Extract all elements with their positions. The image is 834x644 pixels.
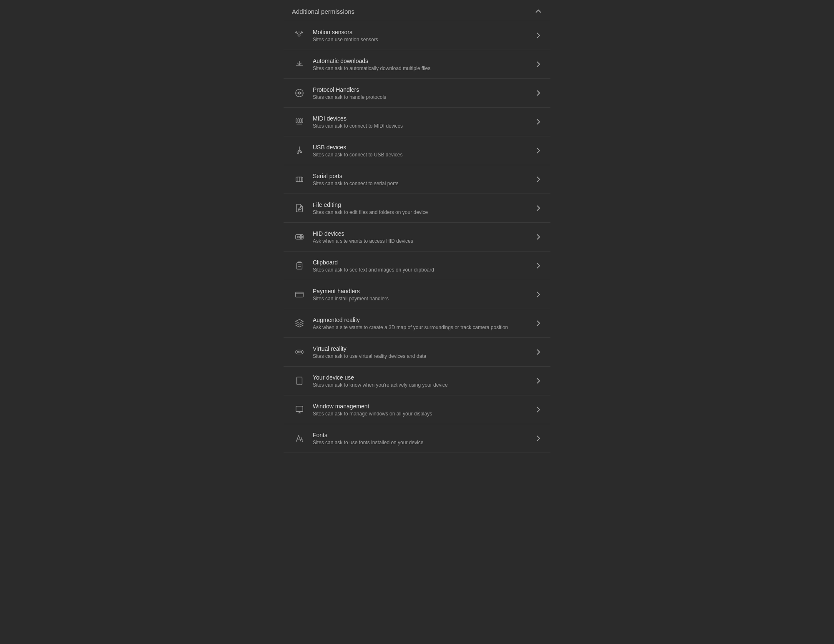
- augmented-reality-chevron: [535, 319, 542, 327]
- protocol-handlers-icon: [292, 86, 307, 101]
- midi-devices-title: MIDI devices: [313, 115, 535, 122]
- payment-handlers-text: Payment handlers Sites can install payme…: [307, 288, 535, 302]
- svg-point-18: [301, 236, 303, 238]
- augmented-reality-desc: Ask when a site wants to create a 3D map…: [313, 325, 535, 330]
- permission-item-window-management[interactable]: Window management Sites can ask to manag…: [284, 395, 550, 424]
- midi-devices-desc: Sites can ask to connect to MIDI devices: [313, 123, 535, 129]
- window-management-text: Window management Sites can ask to manag…: [307, 403, 535, 417]
- automatic-downloads-chevron: [535, 60, 542, 68]
- section-title: Additional permissions: [292, 8, 354, 15]
- fonts-chevron: [535, 435, 542, 442]
- fonts-icon: [292, 431, 307, 446]
- permission-item-usb-devices[interactable]: USB devices Sites can ask to connect to …: [284, 136, 550, 165]
- svg-rect-5: [298, 119, 299, 123]
- collapse-icon[interactable]: [535, 8, 542, 15]
- window-management-icon: [292, 402, 307, 417]
- permissions-list: Motion sensors Sites can use motion sens…: [284, 21, 550, 453]
- permission-item-fonts[interactable]: Fonts Sites can ask to use fonts install…: [284, 424, 550, 453]
- protocol-handlers-desc: Sites can ask to handle protocols: [313, 94, 535, 100]
- augmented-reality-title: Augmented reality: [313, 317, 535, 323]
- permission-item-motion-sensors[interactable]: Motion sensors Sites can use motion sens…: [284, 21, 550, 50]
- permission-item-file-editing[interactable]: File editing Sites can ask to edit files…: [284, 194, 550, 223]
- usb-devices-text: USB devices Sites can ask to connect to …: [307, 144, 535, 158]
- midi-devices-icon: [292, 114, 307, 129]
- file-editing-icon: [292, 201, 307, 216]
- virtual-reality-icon: [292, 345, 307, 360]
- permissions-container: Additional permissions Motion sensors Si…: [284, 0, 550, 644]
- permission-item-protocol-handlers[interactable]: Protocol Handlers Sites can ask to handl…: [284, 79, 550, 108]
- permission-item-virtual-reality[interactable]: Virtual reality Sites can ask to use vir…: [284, 338, 550, 367]
- virtual-reality-text: Virtual reality Sites can ask to use vir…: [307, 345, 535, 359]
- serial-ports-chevron: [535, 176, 542, 183]
- hid-devices-chevron: [535, 233, 542, 241]
- permission-item-device-use[interactable]: Your device use Sites can ask to know wh…: [284, 367, 550, 395]
- svg-rect-4: [296, 119, 297, 123]
- usb-devices-icon: [292, 143, 307, 158]
- permission-item-hid-devices[interactable]: HID devices Ask when a site wants to acc…: [284, 223, 550, 252]
- automatic-downloads-desc: Sites can ask to automatically download …: [313, 65, 535, 71]
- augmented-reality-text: Augmented reality Ask when a site wants …: [307, 317, 535, 330]
- protocol-handlers-title: Protocol Handlers: [313, 86, 535, 93]
- motion-sensors-chevron: [535, 32, 542, 39]
- clipboard-chevron: [535, 262, 542, 269]
- section-header[interactable]: Additional permissions: [284, 0, 550, 21]
- permission-item-automatic-downloads[interactable]: Automatic downloads Sites can ask to aut…: [284, 50, 550, 79]
- fonts-title: Fonts: [313, 432, 535, 438]
- virtual-reality-title: Virtual reality: [313, 345, 535, 352]
- hid-devices-desc: Ask when a site wants to access HID devi…: [313, 238, 535, 244]
- svg-point-17: [300, 237, 301, 239]
- svg-point-26: [297, 351, 299, 353]
- protocol-handlers-chevron: [535, 89, 542, 97]
- svg-rect-20: [297, 263, 302, 269]
- payment-handlers-desc: Sites can install payment handlers: [313, 296, 535, 302]
- motion-sensors-text: Motion sensors Sites can use motion sens…: [307, 29, 535, 43]
- permission-item-midi-devices[interactable]: MIDI devices Sites can ask to connect to…: [284, 108, 550, 136]
- usb-devices-chevron: [535, 147, 542, 154]
- automatic-downloads-icon: [292, 57, 307, 72]
- automatic-downloads-title: Automatic downloads: [313, 58, 535, 64]
- permission-item-clipboard[interactable]: Clipboard Sites can ask to see text and …: [284, 252, 550, 280]
- fonts-text: Fonts Sites can ask to use fonts install…: [307, 432, 535, 445]
- svg-rect-30: [296, 406, 303, 412]
- serial-ports-icon: [292, 172, 307, 187]
- svg-rect-7: [302, 119, 303, 123]
- virtual-reality-chevron: [535, 348, 542, 356]
- svg-point-27: [300, 351, 302, 353]
- file-editing-chevron: [535, 204, 542, 212]
- payment-handlers-chevron: [535, 291, 542, 298]
- serial-ports-title: Serial ports: [313, 173, 535, 179]
- svg-rect-6: [300, 119, 301, 123]
- svg-point-0: [298, 34, 300, 36]
- svg-point-15: [297, 236, 299, 238]
- clipboard-title: Clipboard: [313, 259, 535, 266]
- file-editing-text: File editing Sites can ask to edit files…: [307, 201, 535, 215]
- hid-devices-text: HID devices Ask when a site wants to acc…: [307, 230, 535, 244]
- device-use-desc: Sites can ask to know when you're active…: [313, 382, 535, 388]
- svg-line-13: [298, 209, 299, 211]
- window-management-desc: Sites can ask to manage windows on all y…: [313, 411, 535, 417]
- clipboard-text: Clipboard Sites can ask to see text and …: [307, 259, 535, 273]
- svg-rect-28: [297, 377, 302, 385]
- fonts-desc: Sites can ask to use fonts installed on …: [313, 440, 535, 445]
- motion-sensors-desc: Sites can use motion sensors: [313, 37, 535, 43]
- midi-devices-chevron: [535, 118, 542, 126]
- permission-item-payment-handlers[interactable]: Payment handlers Sites can install payme…: [284, 280, 550, 309]
- automatic-downloads-text: Automatic downloads Sites can ask to aut…: [307, 58, 535, 71]
- svg-rect-23: [296, 292, 303, 297]
- protocol-handlers-text: Protocol Handlers Sites can ask to handl…: [307, 86, 535, 100]
- serial-ports-text: Serial ports Sites can ask to connect to…: [307, 173, 535, 186]
- motion-sensors-icon: [292, 28, 307, 43]
- svg-point-19: [299, 236, 301, 238]
- hid-devices-title: HID devices: [313, 230, 535, 237]
- window-management-chevron: [535, 406, 542, 413]
- hid-devices-icon: [292, 229, 307, 244]
- svg-point-16: [300, 235, 301, 236]
- file-editing-desc: Sites can ask to edit files and folders …: [313, 209, 535, 215]
- permission-item-augmented-reality[interactable]: Augmented reality Ask when a site wants …: [284, 309, 550, 338]
- serial-ports-desc: Sites can ask to connect to serial ports: [313, 181, 535, 186]
- virtual-reality-desc: Sites can ask to use virtual reality dev…: [313, 353, 535, 359]
- permission-item-serial-ports[interactable]: Serial ports Sites can ask to connect to…: [284, 165, 550, 194]
- motion-sensors-title: Motion sensors: [313, 29, 535, 35]
- midi-devices-text: MIDI devices Sites can ask to connect to…: [307, 115, 535, 129]
- device-use-text: Your device use Sites can ask to know wh…: [307, 374, 535, 388]
